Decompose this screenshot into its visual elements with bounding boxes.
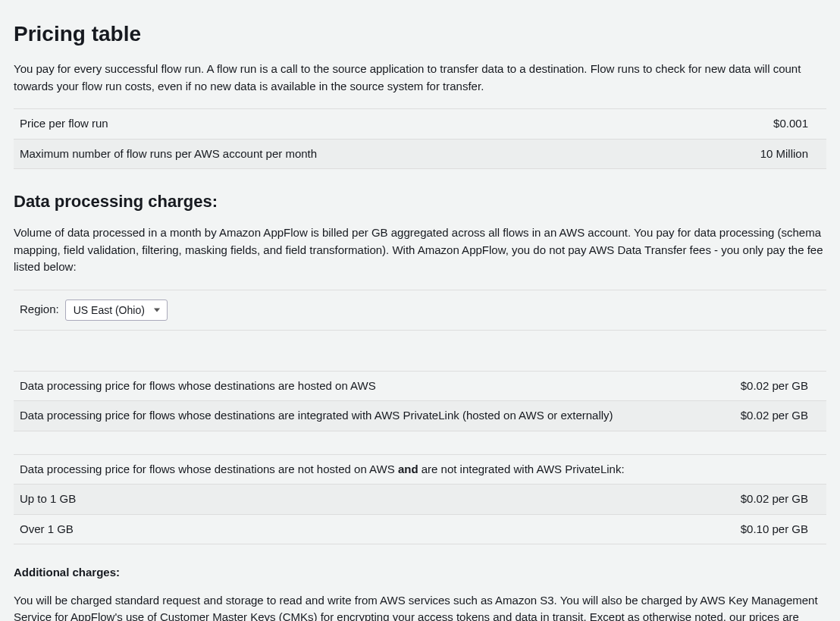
row-label: Data processing price for flows whose de… (20, 407, 741, 425)
additional-charges-paragraph: You will be charged standard request and… (14, 592, 826, 622)
row-value: $0.02 per GB (741, 378, 820, 395)
row-value: $0.10 per GB (741, 521, 820, 538)
table-row: Maximum number of flow runs per AWS acco… (14, 140, 826, 170)
table-header-row: Data processing price for flows whose de… (14, 454, 826, 485)
data-processing-paragraph: Volume of data processed in a month by A… (14, 224, 826, 276)
row-label: Over 1 GB (20, 521, 741, 538)
header-prefix: Data processing price for flows whose de… (20, 463, 398, 475)
region-select[interactable]: US East (Ohio) (65, 300, 168, 321)
table-row: Data processing price for flows whose de… (14, 372, 826, 402)
row-label: Data processing price for flows whose de… (20, 378, 741, 395)
region-label: Region: (20, 301, 59, 318)
row-label: Maximum number of flow runs per AWS acco… (20, 146, 760, 163)
data-processing-table-1: Data processing price for flows whose de… (14, 346, 826, 431)
row-value: $0.02 per GB (741, 491, 820, 508)
page-title: Pricing table (14, 18, 826, 50)
row-value: $0.001 (773, 115, 820, 133)
table-row: Up to 1 GB $0.02 per GB (14, 485, 826, 515)
row-label: Price per flow run (20, 115, 773, 133)
table-spacer (14, 346, 826, 372)
row-value: $0.02 per GB (741, 407, 820, 425)
flow-run-pricing-table: Price per flow run $0.001 Maximum number… (14, 108, 826, 169)
header-bold: and (398, 463, 418, 475)
table-row: Price per flow run $0.001 (14, 109, 826, 140)
row-label: Up to 1 GB (20, 491, 741, 508)
additional-charges-heading: Additional charges: (14, 564, 826, 582)
header-suffix: are not integrated with AWS PrivateLink: (418, 463, 625, 475)
table-row: Over 1 GB $0.10 per GB (14, 515, 826, 545)
intro-paragraph: You pay for every successful flow run. A… (14, 61, 826, 95)
table-row: Data processing price for flows whose de… (14, 401, 826, 431)
row-value: 10 Million (760, 146, 820, 163)
section-heading-data-processing: Data processing charges: (14, 189, 826, 214)
region-select-wrap: US East (Ohio) (65, 300, 168, 321)
region-selector-row: Region: US East (Ohio) (14, 290, 826, 331)
data-processing-table-2: Data processing price for flows whose de… (14, 454, 826, 545)
